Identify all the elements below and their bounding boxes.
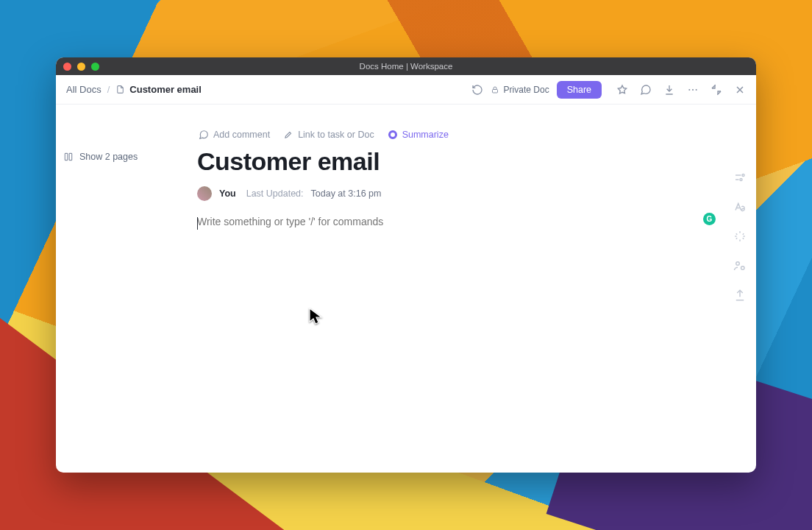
document-body: Show 2 pages Add comment Link to task or… <box>56 105 756 473</box>
editor-area[interactable]: G <box>197 216 756 263</box>
show-pages-toggle[interactable]: Show 2 pages <box>63 152 190 162</box>
grammarly-badge[interactable]: G <box>703 213 716 225</box>
left-sidebar: Show 2 pages <box>56 105 197 473</box>
comments-icon[interactable] <box>640 84 652 96</box>
window-titlebar[interactable]: Docs Home | Workspace <box>56 57 756 75</box>
window-minimize-button[interactable] <box>77 63 85 71</box>
pages-icon <box>63 152 74 162</box>
updated-time: Today at 3:16 pm <box>311 188 382 199</box>
share-button[interactable]: Share <box>557 81 602 99</box>
svg-rect-0 <box>492 89 497 93</box>
svg-point-1 <box>688 88 690 90</box>
window-controls <box>63 63 99 71</box>
toolbar-right-cluster <box>616 84 746 96</box>
privacy-label: Private Doc <box>504 85 549 95</box>
show-pages-label: Show 2 pages <box>79 152 138 162</box>
summarize-action[interactable]: Summarize <box>388 130 449 140</box>
text-caret <box>197 217 198 230</box>
rail-settings-icon[interactable] <box>733 171 747 184</box>
rail-export-icon[interactable] <box>733 289 747 302</box>
history-icon[interactable] <box>471 84 483 96</box>
svg-point-6 <box>742 174 744 177</box>
svg-point-9 <box>741 266 745 270</box>
author-avatar[interactable] <box>197 186 212 201</box>
rail-ai-icon[interactable] <box>733 230 747 243</box>
close-icon[interactable] <box>734 84 746 96</box>
author-name[interactable]: You <box>219 188 236 199</box>
breadcrumb-separator: / <box>107 84 110 95</box>
rail-typography-icon[interactable] <box>733 200 747 213</box>
svg-point-3 <box>696 88 697 90</box>
collapse-icon[interactable] <box>710 84 722 96</box>
page-title[interactable]: Customer email <box>197 147 756 176</box>
updated-label: Last Updated: <box>246 188 304 199</box>
window-title: Docs Home | Workspace <box>56 62 756 71</box>
svg-point-8 <box>736 262 740 266</box>
doc-meta: You Last Updated: Today at 3:16 pm <box>197 186 756 201</box>
breadcrumb: All Docs / Customer email <box>66 84 202 95</box>
app-window: Docs Home | Workspace All Docs / Custome… <box>56 57 756 473</box>
svg-rect-4 <box>65 153 68 160</box>
svg-point-2 <box>692 88 694 90</box>
document-content: Add comment Link to task or Doc Summariz… <box>197 105 756 473</box>
top-toolbar: All Docs / Customer email Private Doc Sh… <box>56 75 756 105</box>
add-comment-label: Add comment <box>213 130 270 140</box>
window-close-button[interactable] <box>63 63 71 71</box>
comment-icon <box>199 130 209 140</box>
lock-icon <box>491 85 499 94</box>
svg-rect-5 <box>69 153 72 160</box>
summarize-label: Summarize <box>402 130 449 140</box>
link-icon <box>283 130 293 140</box>
summarize-icon <box>388 130 398 140</box>
document-editor[interactable] <box>197 216 697 260</box>
breadcrumb-root[interactable]: All Docs <box>66 84 102 95</box>
right-rail <box>724 130 756 302</box>
document-icon <box>115 84 125 95</box>
breadcrumb-current[interactable]: Customer email <box>115 84 202 95</box>
rail-share-icon[interactable] <box>733 259 747 272</box>
grammarly-glyph: G <box>707 215 713 223</box>
link-task-action[interactable]: Link to task or Doc <box>283 130 374 140</box>
doc-quick-actions: Add comment Link to task or Doc Summariz… <box>197 130 756 140</box>
privacy-indicator[interactable]: Private Doc <box>491 85 549 95</box>
add-comment-action[interactable]: Add comment <box>199 130 270 140</box>
window-zoom-button[interactable] <box>91 63 99 71</box>
download-icon[interactable] <box>663 84 675 96</box>
svg-point-7 <box>740 179 742 181</box>
favorite-icon[interactable] <box>616 84 628 96</box>
link-task-label: Link to task or Doc <box>298 130 374 140</box>
breadcrumb-current-label: Customer email <box>129 84 202 95</box>
more-icon[interactable] <box>687 84 699 96</box>
